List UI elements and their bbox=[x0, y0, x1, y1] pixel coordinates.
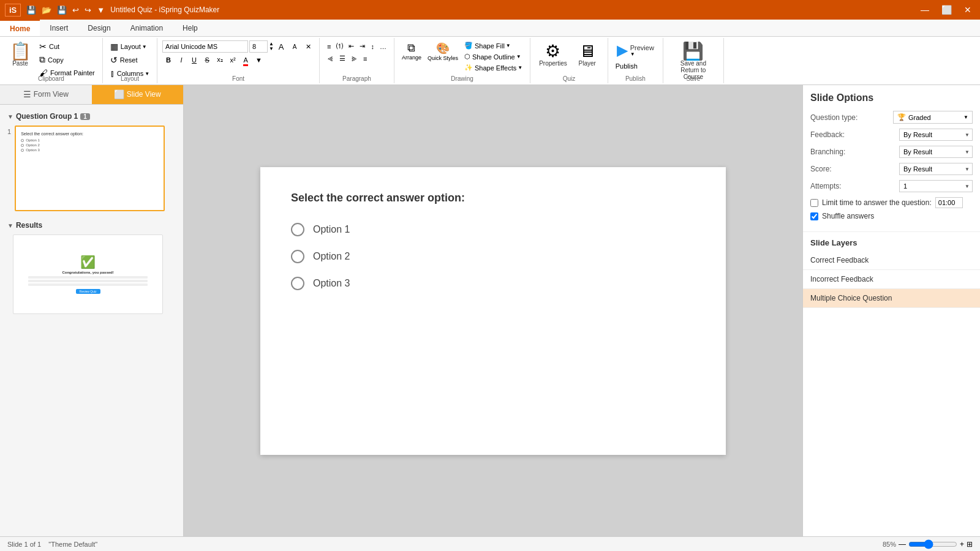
line-spacing-btn[interactable]: ↕ bbox=[368, 40, 377, 52]
right-panel: Slide Options Question type: 🏆 Graded ▼ … bbox=[802, 85, 980, 536]
align-center-btn[interactable]: ☰ bbox=[337, 53, 348, 64]
branching-select[interactable]: By Result bbox=[899, 146, 973, 158]
form-view-tab[interactable]: ☰ Form View bbox=[0, 85, 92, 104]
shuffle-answers-checkbox[interactable] bbox=[810, 212, 818, 220]
minimize-btn[interactable]: — bbox=[917, 4, 933, 16]
shuffle-answers-label[interactable]: Shuffle answers bbox=[822, 212, 874, 220]
superscript-button[interactable]: x² bbox=[227, 54, 239, 65]
slide-options: Option 1 Option 2 Option 3 bbox=[291, 223, 695, 290]
zoom-out-btn[interactable]: — bbox=[899, 540, 906, 549]
slide-option-2[interactable]: Option 2 bbox=[291, 250, 695, 263]
ribbon-group-layout: ▦ Layout ▼ ↺ Reset ⫿ Columns ▼ Layout bbox=[103, 38, 157, 83]
tab-insert[interactable]: Insert bbox=[40, 20, 78, 36]
slide-canvas[interactable]: Select the correct answer option: Option… bbox=[260, 167, 726, 455]
tab-home[interactable]: Home bbox=[0, 20, 40, 36]
slide-list: ▼ Question Group 1 1 1 Select the correc… bbox=[0, 105, 183, 536]
font-grow-btn[interactable]: A bbox=[275, 41, 287, 53]
copy-button[interactable]: ⧉ Copy bbox=[37, 53, 97, 66]
fit-slide-btn[interactable]: ⊞ bbox=[967, 540, 973, 549]
font-shrink-btn[interactable]: A bbox=[288, 42, 301, 51]
font-size-arrows: ▲ ▼ bbox=[269, 42, 274, 51]
open-quick-btn[interactable]: 📂 bbox=[40, 5, 53, 15]
bullet-list-btn[interactable]: ≡ bbox=[325, 40, 333, 52]
shape-outline-btn[interactable]: ⬡ Shape Outline ▼ bbox=[462, 51, 525, 62]
ribbon-content: 📋 Paste ✂ Cut ⧉ Copy 🖌 Format Painter bbox=[0, 37, 980, 84]
time-input[interactable] bbox=[935, 197, 963, 208]
layer-correct-feedback[interactable]: Correct Feedback bbox=[803, 251, 980, 270]
question-group-header[interactable]: ▼ Question Group 1 1 bbox=[5, 110, 178, 123]
main-area: ☰ Form View ⬜ Slide View ▼ Question Grou… bbox=[0, 85, 980, 536]
numbered-list-btn[interactable]: ⑴ bbox=[334, 40, 345, 52]
underline-button[interactable]: U bbox=[188, 54, 200, 65]
layer-incorrect-feedback[interactable]: Incorrect Feedback bbox=[803, 270, 980, 289]
cut-button[interactable]: ✂ Cut bbox=[37, 40, 97, 53]
font-color-dropdown[interactable]: ▼ bbox=[252, 54, 265, 65]
ribbon-group-quiz: ⚙ Properties 🖥 Player Quiz bbox=[530, 38, 608, 83]
increase-indent-btn[interactable]: ⇥ bbox=[357, 40, 368, 52]
dropdown-quick-btn[interactable]: ▼ bbox=[95, 5, 107, 15]
zoom-slider[interactable] bbox=[908, 539, 957, 549]
drawing-top-row: ⧉ Arrange 🎨 Quick Styles 🪣 Shape Fill ▼ bbox=[399, 40, 525, 73]
preview-button[interactable]: ▶ Preview ▼ bbox=[613, 40, 658, 60]
arrange-button[interactable]: ⧉ Arrange bbox=[399, 40, 424, 62]
subscript-button[interactable]: x₂ bbox=[214, 54, 226, 65]
undo-quick-btn[interactable]: ↩ bbox=[70, 5, 81, 15]
shape-fill-dropdown: ▼ bbox=[506, 43, 511, 48]
font-color-button[interactable]: A bbox=[239, 54, 252, 65]
app-title: Untitled Quiz - iSpring QuizMaker bbox=[110, 6, 219, 14]
zoom-control: 85% — + ⊞ bbox=[883, 539, 973, 549]
save2-quick-btn[interactable]: 💾 bbox=[55, 5, 69, 15]
layer-multiple-choice-question[interactable]: Multiple Choice Question bbox=[803, 289, 980, 308]
branching-select-wrap: By Result bbox=[899, 146, 973, 158]
redo-quick-btn[interactable]: ↪ bbox=[83, 5, 93, 15]
decrease-indent-btn[interactable]: ⇤ bbox=[346, 40, 356, 52]
view-tabs: ☰ Form View ⬜ Slide View bbox=[0, 85, 183, 105]
results-slide-thumb[interactable]: ✅ Congratulations, you passed! Review Qu… bbox=[13, 234, 163, 314]
slide-layers-section: Slide Layers Correct Feedback Incorrect … bbox=[803, 232, 980, 308]
layout-button[interactable]: ▦ Layout ▼ bbox=[108, 40, 152, 53]
align-left-btn[interactable]: ⫷ bbox=[325, 53, 336, 64]
results-group-header[interactable]: ▼ Results bbox=[5, 219, 178, 232]
align-right-btn[interactable]: ⫸ bbox=[349, 53, 360, 64]
thumb-opt2: Option 2 bbox=[21, 143, 159, 147]
properties-button[interactable]: ⚙ Properties bbox=[535, 40, 571, 69]
attempts-row: Attempts: 1 bbox=[810, 180, 973, 192]
feedback-select[interactable]: By Result bbox=[899, 129, 973, 141]
clear-format-btn[interactable]: ✕ bbox=[302, 42, 314, 52]
close-btn[interactable]: ✕ bbox=[960, 4, 975, 16]
font-size-decrease[interactable]: ▼ bbox=[269, 47, 274, 51]
slide-1-thumb[interactable]: Select the correct answer option: Option… bbox=[15, 126, 165, 211]
bold-button[interactable]: B bbox=[162, 54, 175, 65]
slide-option-1[interactable]: Option 1 bbox=[291, 223, 695, 236]
thumb-radio1 bbox=[21, 139, 24, 142]
maximize-btn[interactable]: ⬜ bbox=[938, 4, 956, 16]
tab-animation[interactable]: Animation bbox=[121, 20, 173, 36]
question-type-label: Question type: bbox=[810, 113, 858, 122]
shape-effects-btn[interactable]: ✨ Shape Effects ▼ bbox=[462, 62, 525, 73]
strikethrough-button[interactable]: S bbox=[201, 54, 213, 65]
score-select[interactable]: By Result bbox=[899, 163, 973, 175]
save-quick-btn[interactable]: 💾 bbox=[24, 5, 38, 15]
italic-button[interactable]: I bbox=[175, 54, 187, 65]
slide-option-3[interactable]: Option 3 bbox=[291, 277, 695, 290]
shape-fill-btn[interactable]: 🪣 Shape Fill ▼ bbox=[462, 40, 525, 51]
clipboard-label: Clipboard bbox=[0, 75, 102, 82]
slide-options-section: Slide Options Question type: 🏆 Graded ▼ … bbox=[803, 85, 980, 232]
reset-button[interactable]: ↺ Reset bbox=[108, 54, 152, 66]
font-name-input[interactable] bbox=[162, 40, 248, 53]
more-para-btn[interactable]: … bbox=[377, 40, 389, 52]
quick-styles-button[interactable]: 🎨 Quick Styles bbox=[426, 40, 459, 62]
font-size-input[interactable] bbox=[249, 40, 268, 53]
tab-design[interactable]: Design bbox=[78, 20, 120, 36]
limit-time-checkbox[interactable] bbox=[810, 199, 818, 207]
question-type-select[interactable]: 🏆 Graded ▼ bbox=[893, 111, 973, 124]
limit-time-label[interactable]: Limit time to answer the question: bbox=[822, 198, 932, 207]
align-justify-btn[interactable]: ≡ bbox=[361, 53, 369, 64]
paste-button[interactable]: 📋 Paste bbox=[5, 40, 36, 69]
zoom-in-btn[interactable]: + bbox=[960, 540, 964, 549]
attempts-select[interactable]: 1 bbox=[899, 180, 973, 192]
player-button[interactable]: 🖥 Player bbox=[572, 40, 603, 69]
tab-help[interactable]: Help bbox=[173, 20, 208, 36]
publish-btn[interactable]: Publish bbox=[613, 61, 658, 71]
preview-dropdown: ▼ bbox=[630, 51, 635, 57]
